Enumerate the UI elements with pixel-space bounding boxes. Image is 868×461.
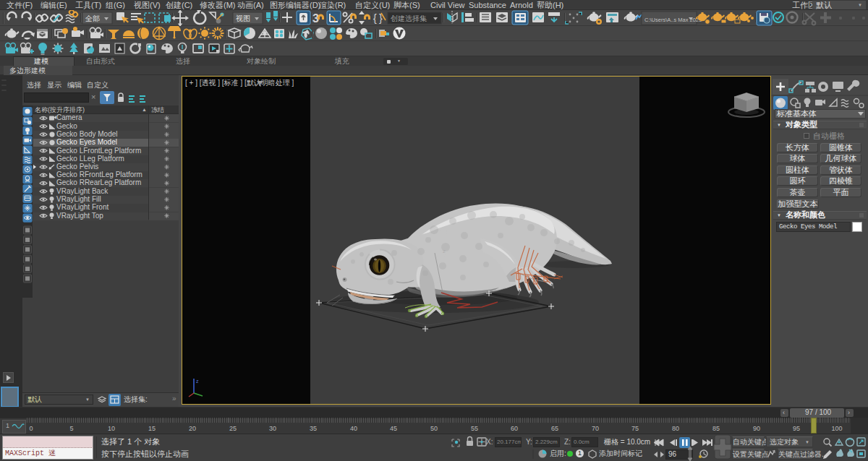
svg-text:60: 60 bbox=[511, 425, 518, 432]
svg-text:100: 100 bbox=[831, 425, 842, 432]
svg-text:15: 15 bbox=[148, 425, 156, 432]
svg-text:{: { bbox=[373, 12, 377, 24]
svg-text:80: 80 bbox=[672, 425, 679, 432]
svg-text:50: 50 bbox=[430, 425, 438, 432]
svg-text:创建选择集: 创建选择集 bbox=[391, 14, 427, 22]
svg-text:C:\Users\A..s Max 2023: C:\Users\A..s Max 2023 bbox=[644, 17, 702, 23]
svg-text:70: 70 bbox=[592, 425, 599, 432]
svg-text:45: 45 bbox=[390, 425, 397, 432]
svg-text:90: 90 bbox=[753, 425, 760, 432]
svg-text:75: 75 bbox=[631, 425, 639, 432]
svg-text:视图: 视图 bbox=[236, 14, 250, 22]
svg-text:65: 65 bbox=[551, 425, 558, 432]
svg-text:95: 95 bbox=[793, 425, 800, 432]
svg-text:30: 30 bbox=[269, 425, 276, 432]
svg-text:z: z bbox=[196, 379, 199, 384]
svg-text:25: 25 bbox=[229, 425, 237, 432]
svg-text:0: 0 bbox=[29, 425, 33, 432]
svg-text:35: 35 bbox=[310, 425, 317, 432]
svg-text:z: z bbox=[443, 248, 446, 254]
svg-text:全部: 全部 bbox=[85, 14, 100, 22]
svg-text:20: 20 bbox=[189, 425, 196, 432]
svg-text:40: 40 bbox=[350, 425, 357, 432]
svg-text:55: 55 bbox=[471, 425, 478, 432]
svg-text:85: 85 bbox=[712, 425, 720, 432]
svg-text:10: 10 bbox=[108, 425, 115, 432]
svg-text:5: 5 bbox=[69, 425, 73, 432]
